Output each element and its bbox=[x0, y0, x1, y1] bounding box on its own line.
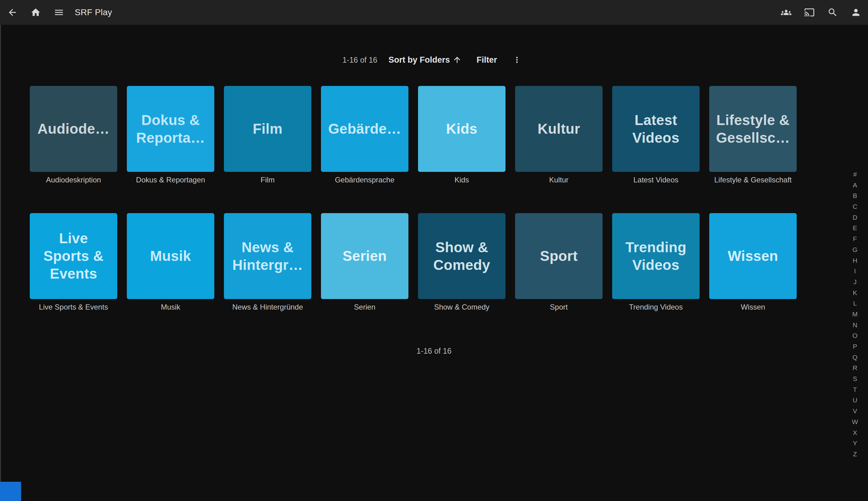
folder-card[interactable]: Kids bbox=[418, 86, 506, 172]
alphabet-letter-Z[interactable]: Z bbox=[848, 449, 861, 460]
folder-card[interactable]: Musik bbox=[127, 213, 214, 299]
alphabet-letter-E[interactable]: E bbox=[848, 223, 861, 234]
search-button[interactable] bbox=[821, 0, 844, 25]
library-card: Gebärde…Gebärdensprache bbox=[321, 86, 409, 185]
alphabet-letter-N[interactable]: N bbox=[848, 320, 861, 331]
alphabet-letter-X[interactable]: X bbox=[848, 427, 861, 438]
folder-card-label: Lifestyle & Gesellschaft bbox=[709, 175, 797, 185]
alphabet-letter-W[interactable]: W bbox=[848, 417, 861, 427]
library-card: KidsKids bbox=[418, 86, 506, 185]
alphabet-letter-D[interactable]: D bbox=[848, 212, 861, 223]
cast-button[interactable] bbox=[798, 0, 821, 25]
library-card: News & Hintergr…News & Hintergründe bbox=[224, 213, 311, 312]
folder-card[interactable]: Gebärde… bbox=[321, 86, 409, 172]
library-card: Show & ComedyShow & Comedy bbox=[418, 213, 506, 312]
folder-card-label: Wissen bbox=[709, 303, 797, 312]
more-options-button[interactable] bbox=[508, 52, 525, 68]
toolbar: 1-16 of 16 Sort by Folders Filter bbox=[0, 52, 868, 68]
folder-card-label: Trending Videos bbox=[612, 303, 699, 312]
filter-button[interactable]: Filter bbox=[473, 53, 501, 67]
back-icon bbox=[7, 7, 18, 18]
alphabet-letter-L[interactable]: L bbox=[848, 298, 861, 309]
back-button[interactable] bbox=[1, 0, 24, 25]
alphabet-letter-U[interactable]: U bbox=[848, 395, 861, 406]
person-icon bbox=[851, 7, 861, 18]
folder-card-text: Audiode… bbox=[37, 120, 109, 138]
folder-card-label: Latest Videos bbox=[612, 175, 699, 185]
alphabet-letter-G[interactable]: G bbox=[848, 244, 861, 255]
folder-card[interactable]: Wissen bbox=[709, 213, 797, 299]
folder-card-text: Show & Comedy bbox=[433, 238, 490, 274]
alphabet-letter-hash[interactable]: # bbox=[848, 169, 861, 180]
folder-card[interactable]: Latest Videos bbox=[612, 86, 699, 172]
vertical-ellipsis-icon bbox=[512, 55, 522, 65]
top-bar-left-buttons bbox=[1, 0, 70, 25]
menu-icon bbox=[54, 7, 64, 18]
alphabet-letter-S[interactable]: S bbox=[848, 373, 861, 384]
library-card: Lifestyle & Gesellsc…Lifestyle & Gesells… bbox=[709, 86, 797, 185]
folder-card-text: Gebärde… bbox=[328, 120, 401, 138]
left-scrollbar[interactable] bbox=[0, 25, 1, 501]
folder-card-label: Dokus & Reportagen bbox=[127, 175, 214, 185]
search-icon bbox=[827, 7, 838, 18]
folder-card-text: Kids bbox=[446, 120, 478, 138]
alphabet-letter-I[interactable]: I bbox=[848, 266, 861, 277]
top-bar: SRF Play bbox=[0, 0, 868, 25]
folder-card[interactable]: Audiode… bbox=[30, 86, 117, 172]
home-button[interactable] bbox=[24, 0, 47, 25]
folder-card[interactable]: Lifestyle & Gesellsc… bbox=[709, 86, 797, 172]
folder-card[interactable]: News & Hintergr… bbox=[224, 213, 311, 299]
syncplay-button[interactable] bbox=[774, 0, 798, 25]
folder-card[interactable]: Sport bbox=[515, 213, 603, 299]
alphabet-letter-C[interactable]: C bbox=[848, 201, 861, 212]
alphabet-letter-T[interactable]: T bbox=[848, 384, 861, 395]
alphabet-letter-A[interactable]: A bbox=[848, 180, 861, 191]
library-card: SportSport bbox=[515, 213, 603, 312]
alphabet-letter-R[interactable]: R bbox=[848, 363, 861, 373]
page-title: SRF Play bbox=[75, 8, 112, 17]
alphabet-letter-H[interactable]: H bbox=[848, 255, 861, 266]
folder-card-label: Kids bbox=[418, 175, 506, 185]
user-button[interactable] bbox=[844, 0, 867, 25]
folder-card[interactable]: Kultur bbox=[515, 86, 603, 172]
folder-card[interactable]: Trending Videos bbox=[612, 213, 699, 299]
library-card: KulturKultur bbox=[515, 86, 603, 185]
alphabet-letter-F[interactable]: F bbox=[848, 234, 861, 244]
library-card: FilmFilm bbox=[224, 86, 311, 185]
library-card: WissenWissen bbox=[709, 213, 797, 312]
folder-card-text: Wissen bbox=[728, 247, 778, 265]
folder-card[interactable]: Show & Comedy bbox=[418, 213, 506, 299]
alphabet-letter-B[interactable]: B bbox=[848, 191, 861, 201]
alphabet-letter-M[interactable]: M bbox=[848, 309, 861, 320]
alphabet-letter-Q[interactable]: Q bbox=[848, 352, 861, 363]
alphabet-letter-O[interactable]: O bbox=[848, 330, 861, 341]
sort-button[interactable]: Sort by Folders bbox=[385, 53, 466, 67]
alphabet-letter-V[interactable]: V bbox=[848, 406, 861, 417]
folder-card-label: Film bbox=[224, 175, 311, 185]
folder-card-text: Musik bbox=[150, 247, 191, 265]
folder-card-text: Sport bbox=[540, 247, 578, 265]
folder-card-text: Dokus & Reporta… bbox=[136, 111, 205, 147]
folder-card[interactable]: Live Sports & Events bbox=[30, 213, 117, 299]
folder-card[interactable]: Dokus & Reporta… bbox=[127, 86, 214, 172]
library-card: Dokus & Reporta…Dokus & Reportagen bbox=[127, 86, 214, 185]
folder-card-label: Sport bbox=[515, 303, 603, 312]
folder-card-label: Audiodeskription bbox=[30, 175, 117, 185]
alphabet-letter-J[interactable]: J bbox=[848, 277, 861, 288]
cast-icon bbox=[804, 7, 815, 18]
home-icon bbox=[30, 7, 41, 18]
folder-card[interactable]: Film bbox=[224, 86, 311, 172]
alphabet-letter-P[interactable]: P bbox=[848, 341, 861, 352]
folder-card-label: Show & Comedy bbox=[418, 303, 506, 312]
folder-card-label: Gebärdensprache bbox=[321, 175, 409, 185]
footer-paging-status: 1-16 of 16 bbox=[0, 347, 868, 355]
folder-card[interactable]: Serien bbox=[321, 213, 409, 299]
menu-button[interactable] bbox=[47, 0, 70, 25]
library-grid: Audiode…AudiodeskriptionDokus & Reporta…… bbox=[0, 86, 868, 340]
library-card: Latest VideosLatest Videos bbox=[612, 86, 699, 185]
top-bar-right-buttons bbox=[774, 0, 867, 25]
alphabet-picker: #ABCDEFGHIJKLMNOPQRSTUVWXYZ bbox=[848, 169, 861, 460]
alphabet-letter-Y[interactable]: Y bbox=[848, 438, 861, 449]
folder-card-text: Kultur bbox=[538, 120, 580, 138]
alphabet-letter-K[interactable]: K bbox=[848, 288, 861, 298]
